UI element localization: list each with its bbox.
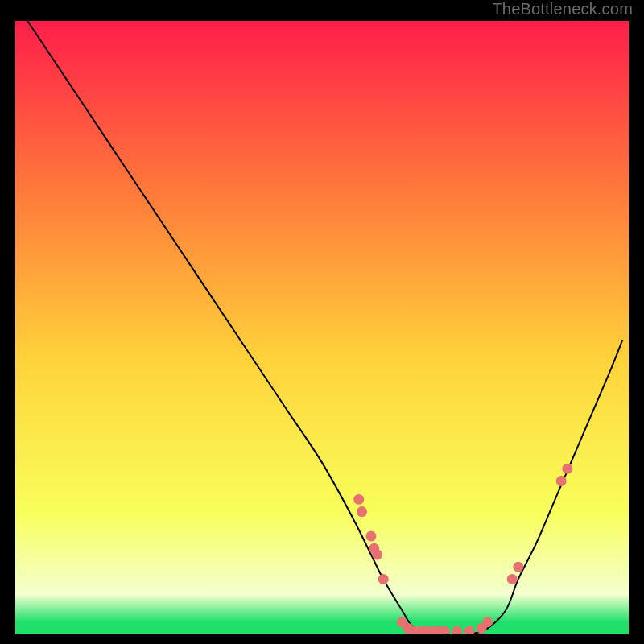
chart-marker [378,574,389,584]
chart-marker [357,506,367,517]
chart-marker [482,617,493,627]
chart-marker [513,562,523,572]
chart-frame [10,16,634,639]
chart-marker [464,626,474,634]
chart-marker [556,476,567,486]
chart-marker [372,549,382,559]
chart-marker [562,464,572,474]
chart-marker [507,574,518,584]
chart-curve [27,21,622,634]
chart-marker [353,494,364,505]
chart-marker [365,531,376,542]
chart-marker [452,626,462,634]
chart-plot-area [15,21,629,634]
chart-markers [353,464,572,634]
bottleneck-curve-path [27,21,622,634]
chart-svg [15,21,629,634]
